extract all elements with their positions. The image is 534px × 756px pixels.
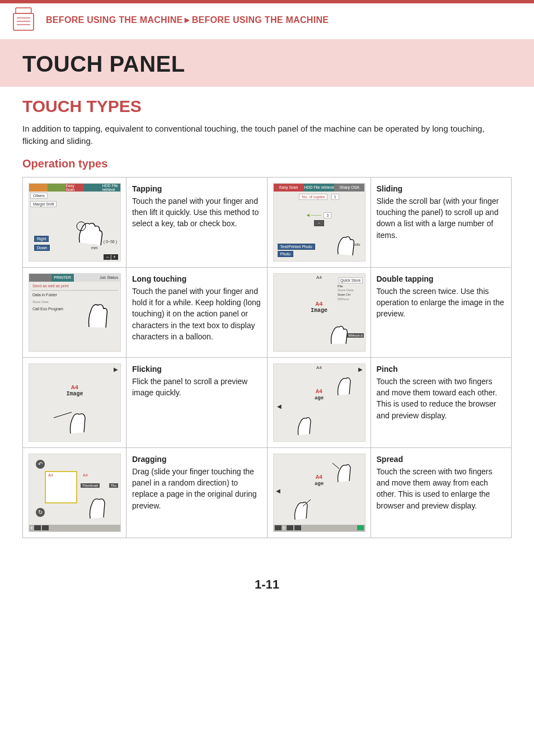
svg-rect-1 bbox=[13, 13, 34, 30]
tab: Easy Scan bbox=[65, 184, 84, 192]
no-copies: No. of copies bbox=[299, 194, 327, 200]
tab bbox=[29, 184, 48, 192]
table-row: Easy Scan HDD File retrieve Others Margi… bbox=[23, 177, 512, 267]
without: Without bbox=[338, 297, 349, 301]
thumb-tapping: Easy Scan HDD File retrieve Others Margi… bbox=[23, 177, 127, 267]
desc-long-touch: Long touching Touch the panel with your … bbox=[127, 267, 268, 357]
a4b: A4 bbox=[83, 473, 88, 477]
op-title: Flicking bbox=[132, 363, 261, 375]
section-title: TOUCH TYPES bbox=[22, 97, 512, 116]
age: age bbox=[315, 481, 324, 487]
send-label: Send as well as print bbox=[30, 283, 119, 289]
item: Photo bbox=[278, 251, 293, 257]
thumb-spread: A4 age ◀ + bbox=[267, 447, 371, 538]
play-left-icon: ◀ bbox=[276, 488, 280, 494]
btn-right: Right bbox=[34, 236, 49, 242]
tab: HDD File retrieve bbox=[102, 184, 120, 192]
table-row: ↶ A4 A4 Thumbnail Thu ↻ + bbox=[23, 447, 512, 538]
a4: A4 bbox=[316, 474, 322, 480]
item: Text/Printed Photo bbox=[278, 244, 315, 250]
desc-pinch: Pinch Touch the screen with two fingers … bbox=[371, 357, 512, 447]
age: age bbox=[315, 395, 324, 401]
manual-section-icon bbox=[11, 7, 38, 34]
breadcrumb-left[interactable]: BEFORE USING THE MACHINE bbox=[46, 15, 183, 25]
tab bbox=[84, 184, 102, 192]
thumb-sliding: Easy Scan HDD File retrieve Sharp OSA No… bbox=[267, 177, 371, 267]
rotate-icon: ↻ bbox=[36, 508, 45, 517]
back-icon: ↶ bbox=[36, 460, 45, 469]
op-title: Tapping bbox=[132, 183, 261, 194]
subsection-title: Operation types bbox=[22, 157, 512, 170]
breadcrumb-right[interactable]: BEFORE USING THE MACHINE bbox=[192, 15, 329, 25]
desc-dragging: Dragging Drag (slide your finger touchin… bbox=[127, 447, 268, 538]
finger-icon bbox=[286, 494, 321, 525]
intro-paragraph: In addition to tapping, equivalent to co… bbox=[22, 123, 512, 147]
finger-icon bbox=[76, 291, 115, 335]
desc-tapping: Tapping Touch the panel with your finger… bbox=[127, 177, 268, 267]
finger-icon bbox=[321, 317, 355, 348]
page-title: TOUCH PANEL bbox=[22, 52, 512, 77]
finger-icon bbox=[289, 409, 323, 440]
a4: A4 bbox=[48, 473, 53, 477]
tab bbox=[29, 274, 51, 282]
op-title: Sliding bbox=[377, 183, 506, 194]
operations-table: Easy Scan HDD File retrieve Others Margi… bbox=[22, 177, 512, 538]
a4: A4 bbox=[71, 384, 78, 391]
op-desc: Touch the panel with your finger and the… bbox=[132, 197, 259, 228]
desc-spread: Spread Touch the screen with two fingers… bbox=[371, 447, 512, 538]
btn-down: Down bbox=[34, 245, 50, 251]
table-row: PRINTER Job Status Send as well as print… bbox=[23, 267, 512, 357]
play-icon: ▶ bbox=[114, 366, 118, 372]
finger-icon bbox=[79, 487, 118, 524]
op-desc: Flick the panel to scroll a preview imag… bbox=[132, 377, 247, 397]
tab: Sharp OSA bbox=[334, 184, 364, 192]
table-row: ▶ A4 Image Flicking Flick the panel to s… bbox=[23, 357, 512, 447]
tab: Easy Scan bbox=[274, 184, 304, 192]
finger-icon bbox=[327, 226, 360, 260]
image-label: Image bbox=[66, 391, 83, 397]
breadcrumb-sep: ► bbox=[183, 15, 192, 25]
op-title: Long touching bbox=[132, 273, 261, 284]
toolbar: + bbox=[29, 525, 120, 531]
thumb-double-tap: A4 Quick Store File Store Data Scan On W… bbox=[267, 267, 371, 357]
job-status: Job Status bbox=[74, 274, 121, 282]
op-title: Dragging bbox=[132, 454, 261, 465]
a4: A4 bbox=[316, 389, 322, 395]
image-label: Image bbox=[311, 307, 327, 314]
thumb-dragging: ↶ A4 A4 Thumbnail Thu ↻ + bbox=[23, 447, 127, 538]
finger-icon bbox=[44, 400, 94, 439]
op-desc: Touch the screen with two fingers and mo… bbox=[377, 377, 498, 420]
tab: PRINTER bbox=[51, 274, 74, 282]
desc-flicking: Flicking Flick the panel to scroll a pre… bbox=[127, 357, 268, 447]
op-title: Spread bbox=[377, 454, 506, 465]
file: File bbox=[338, 284, 343, 288]
op-title: Pinch bbox=[377, 363, 506, 375]
thumb-flicking: ▶ A4 Image bbox=[23, 357, 127, 447]
op-desc: Touch the screen with two fingers and mo… bbox=[377, 467, 493, 510]
a4-center: A4 bbox=[315, 301, 322, 307]
play-left-icon: ◀ bbox=[277, 403, 282, 409]
title-band: TOUCH PANEL bbox=[0, 39, 534, 87]
tab bbox=[48, 184, 66, 192]
scan-on: Scan On bbox=[338, 293, 350, 296]
breadcrumb[interactable]: BEFORE USING THE MACHINE►BEFORE USING TH… bbox=[46, 15, 329, 25]
thumb-long-touch: PRINTER Job Status Send as well as print… bbox=[23, 267, 127, 357]
finger-icon bbox=[329, 456, 364, 487]
copies-val: 1 bbox=[331, 194, 339, 200]
toolbar: + bbox=[274, 525, 365, 531]
svg-rect-0 bbox=[16, 8, 31, 13]
label: Others bbox=[30, 193, 48, 199]
thumb-pinch: A4 ▶ ◀ A4 age bbox=[267, 357, 371, 447]
op-title: Double tapping bbox=[377, 273, 506, 284]
finger-icon bbox=[63, 212, 107, 251]
plus-minus: − | + bbox=[104, 254, 118, 260]
page-number: 1-11 bbox=[0, 561, 534, 614]
op-desc: Touch the panel with your finger and hol… bbox=[132, 287, 261, 341]
store-data: Store Data bbox=[338, 288, 354, 292]
content-area: TOUCH TYPES In addition to tapping, equi… bbox=[0, 87, 534, 561]
tab: HDD File retrieve bbox=[304, 184, 334, 192]
finger-icon bbox=[329, 370, 363, 400]
op-desc: Slide the scroll bar (with your finger t… bbox=[377, 197, 499, 240]
op-desc: Touch the screen twice. Use this operati… bbox=[377, 287, 504, 319]
desc-sliding: Sliding Slide the scroll bar (with your … bbox=[371, 177, 512, 267]
